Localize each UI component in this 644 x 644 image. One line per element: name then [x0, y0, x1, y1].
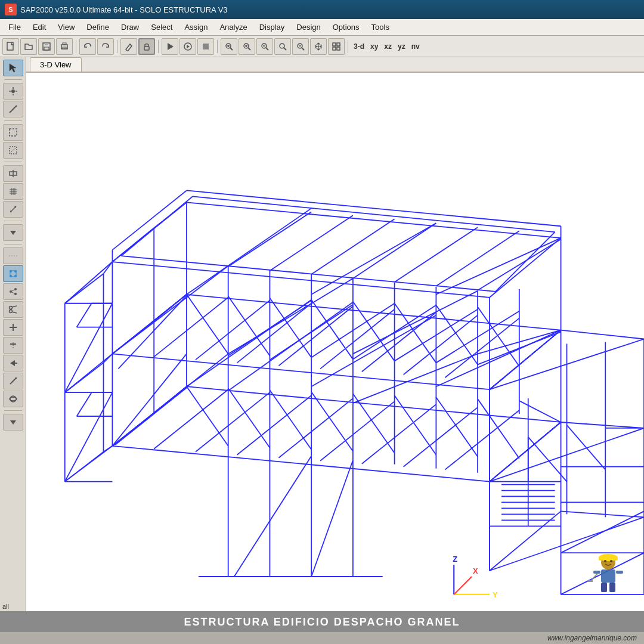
- menu-view[interactable]: View: [52, 20, 80, 34]
- main-area: 3-D View: [0, 57, 644, 611]
- arrow-left-tool[interactable]: [3, 355, 23, 371]
- title-bar-text: SAP2000 v25.0.0 Ultimate 64-bit - SOLO E…: [20, 5, 228, 14]
- svg-rect-6: [63, 47, 66, 49]
- svg-rect-8: [144, 47, 149, 50]
- zoom-window-button[interactable]: [221, 38, 237, 55]
- plus-tool[interactable]: [3, 319, 23, 336]
- website-bar: www.ingangelmanrique.com: [0, 632, 644, 644]
- menu-display[interactable]: Display: [253, 20, 291, 34]
- diagonal-tool[interactable]: [3, 373, 23, 389]
- menu-define[interactable]: Define: [80, 20, 115, 34]
- svg-rect-284: [601, 583, 607, 592]
- run-button[interactable]: [162, 38, 178, 55]
- svg-marker-11: [187, 45, 190, 48]
- minus-tool[interactable]: [3, 337, 23, 354]
- menu-tools[interactable]: Tools: [366, 20, 395, 34]
- svg-rect-285: [609, 583, 615, 592]
- svg-line-67: [12, 306, 17, 307]
- menu-file[interactable]: File: [2, 20, 27, 34]
- svg-line-42: [10, 147, 17, 154]
- menu-assign[interactable]: Assign: [178, 20, 213, 34]
- 3d-view-tab[interactable]: 3-D View: [30, 57, 82, 72]
- svg-line-25: [284, 48, 286, 50]
- restore-view-button[interactable]: [328, 38, 345, 55]
- watermark-logo: [584, 552, 632, 599]
- select-window-tool[interactable]: [3, 124, 23, 141]
- menu-analyze[interactable]: Analyze: [213, 20, 253, 34]
- view-3d-label[interactable]: 3-d: [351, 42, 367, 51]
- draw-line-tool[interactable]: [3, 101, 23, 117]
- lock-button[interactable]: [138, 38, 155, 55]
- svg-rect-30: [337, 43, 340, 46]
- svg-marker-33: [10, 64, 16, 72]
- view-yz-label[interactable]: yz: [395, 42, 408, 51]
- menu-bar: File Edit View Define Draw Select Assign…: [0, 19, 644, 36]
- print-button[interactable]: [56, 38, 73, 55]
- menu-design[interactable]: Design: [290, 20, 326, 34]
- project-title: ESTRUCTURA EDIFICIO DESPACHO GRANEL: [184, 616, 460, 628]
- svg-rect-40: [10, 129, 17, 136]
- svg-point-34: [11, 89, 15, 93]
- viewport-canvas[interactable]: Z Y X: [26, 73, 644, 611]
- view-nv-label[interactable]: nv: [409, 42, 422, 51]
- draw-point-tool[interactable]: [3, 83, 23, 100]
- dimension-tool[interactable]: [3, 201, 23, 218]
- zoom-out-button[interactable]: [256, 38, 273, 55]
- all-label: all: [2, 603, 9, 610]
- save-button[interactable]: [38, 38, 55, 55]
- svg-line-14: [230, 48, 233, 50]
- new-button[interactable]: [2, 38, 19, 55]
- undo-button[interactable]: [79, 38, 96, 55]
- scroll-down-2[interactable]: [3, 414, 23, 431]
- svg-marker-9: [168, 43, 174, 50]
- view-xy-label[interactable]: xy: [368, 42, 380, 51]
- svg-text:Z: Z: [453, 555, 457, 564]
- svg-line-39: [10, 106, 17, 113]
- more-sep-1: [3, 247, 23, 264]
- svg-point-66: [9, 310, 12, 313]
- svg-rect-278: [599, 558, 618, 561]
- svg-rect-12: [203, 44, 209, 49]
- zoom-previous-button[interactable]: [292, 38, 309, 55]
- section-cut-tool[interactable]: [3, 165, 23, 182]
- zoom-fit-button[interactable]: [274, 38, 291, 55]
- scroll-down-arrow[interactable]: [3, 224, 23, 241]
- pencil-button[interactable]: [120, 38, 137, 55]
- svg-point-65: [9, 306, 12, 309]
- scissors-tool[interactable]: [3, 301, 23, 318]
- viewport-container[interactable]: 3-D View: [26, 57, 644, 611]
- node-connect-tool[interactable]: [3, 283, 23, 300]
- svg-text:Y: Y: [493, 590, 498, 599]
- svg-rect-29: [333, 43, 336, 46]
- orbit-tool[interactable]: [3, 391, 23, 407]
- select-cross-tool[interactable]: [3, 142, 23, 159]
- svg-marker-73: [10, 360, 15, 366]
- menu-options[interactable]: Options: [327, 20, 366, 34]
- view-xz-label[interactable]: xz: [382, 42, 394, 51]
- svg-rect-31: [333, 47, 336, 50]
- grid-tool[interactable]: [3, 183, 23, 200]
- zoom-in-button[interactable]: [239, 38, 255, 55]
- svg-rect-2: [45, 43, 48, 45]
- select-tool[interactable]: [3, 60, 23, 76]
- pan-button[interactable]: [310, 38, 327, 55]
- stop-button[interactable]: [197, 38, 214, 55]
- menu-edit[interactable]: Edit: [27, 20, 52, 34]
- svg-marker-79: [10, 420, 16, 425]
- svg-line-68: [12, 312, 17, 313]
- menu-select[interactable]: Select: [145, 20, 178, 34]
- open-button[interactable]: [20, 38, 37, 55]
- sidebar: [0, 57, 26, 611]
- redo-button[interactable]: [97, 38, 114, 55]
- node-view-tool[interactable]: [3, 265, 23, 282]
- svg-point-286: [604, 560, 606, 562]
- svg-rect-281: [616, 571, 623, 574]
- run-step-button[interactable]: [179, 38, 196, 55]
- menu-draw[interactable]: Draw: [115, 20, 145, 34]
- svg-line-7: [130, 44, 132, 46]
- svg-line-22: [266, 48, 268, 50]
- svg-line-18: [248, 48, 250, 50]
- svg-rect-279: [601, 569, 615, 583]
- bottom-bar: ESTRUCTURA EDIFICIO DESPACHO GRANEL www.…: [0, 611, 644, 644]
- svg-rect-0: [7, 42, 13, 50]
